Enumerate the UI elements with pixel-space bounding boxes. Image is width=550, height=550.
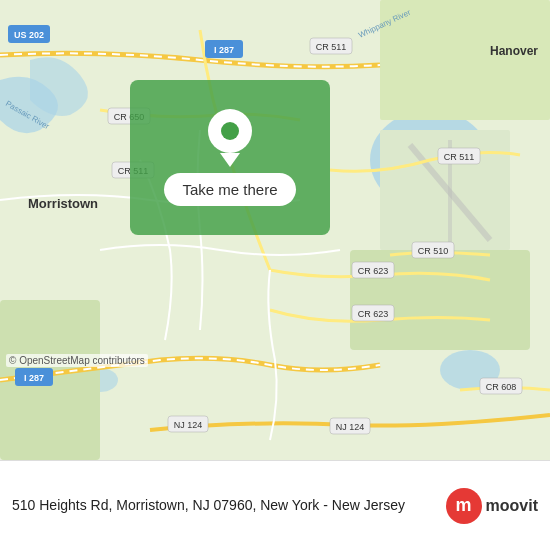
svg-text:I 287: I 287 xyxy=(214,45,234,55)
svg-text:CR 511: CR 511 xyxy=(316,42,347,52)
svg-text:CR 623: CR 623 xyxy=(358,309,389,319)
bottom-bar: 510 Heights Rd, Morristown, NJ 07960, Ne… xyxy=(0,460,550,550)
moovit-icon: m xyxy=(446,488,482,524)
map-pin-zone[interactable]: Take me there xyxy=(130,80,330,235)
svg-text:I 287: I 287 xyxy=(24,373,44,383)
moovit-brand-text: moovit xyxy=(486,497,538,515)
svg-text:CR 511: CR 511 xyxy=(444,152,475,162)
svg-text:CR 608: CR 608 xyxy=(486,382,517,392)
take-me-there-button[interactable]: Take me there xyxy=(164,173,295,206)
svg-text:CR 510: CR 510 xyxy=(418,246,449,256)
svg-text:US 202: US 202 xyxy=(14,30,44,40)
address-section: 510 Heights Rd, Morristown, NJ 07960, Ne… xyxy=(12,496,436,516)
map-container: US 202 I 287 I 287 CR 511 CR 511 CR 650 … xyxy=(0,0,550,550)
svg-text:NJ 124: NJ 124 xyxy=(336,422,365,432)
svg-text:Morristown: Morristown xyxy=(28,196,98,211)
moovit-logo: m moovit xyxy=(446,488,538,524)
osm-credit: © OpenStreetMap contributors xyxy=(6,354,148,367)
address-text: 510 Heights Rd, Morristown, NJ 07960, Ne… xyxy=(12,496,436,516)
map-background[interactable]: US 202 I 287 I 287 CR 511 CR 511 CR 650 … xyxy=(0,0,550,460)
svg-text:NJ 124: NJ 124 xyxy=(174,420,203,430)
svg-text:CR 623: CR 623 xyxy=(358,266,389,276)
svg-text:Hanover: Hanover xyxy=(490,44,538,58)
location-pin-icon xyxy=(208,109,252,163)
